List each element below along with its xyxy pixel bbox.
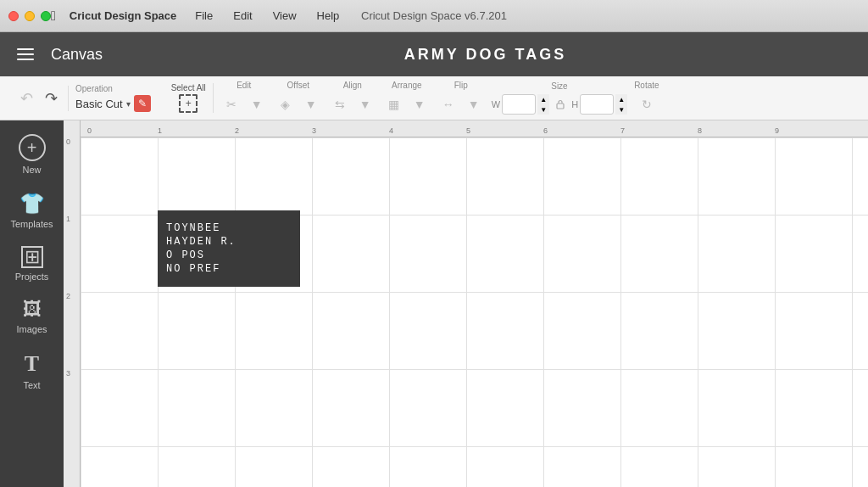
ruler-h-2: 2 (235, 126, 239, 135)
apple-icon[interactable]:  (51, 8, 56, 24)
ruler-h-9: 9 (775, 126, 779, 135)
ruler-h-7: 7 (620, 126, 625, 135)
height-input[interactable] (580, 94, 614, 115)
flip-controls: ↔ ▼ (437, 93, 485, 115)
design-element[interactable]: TOYNBEE HAYDEN R. O POS NO PREF (158, 210, 300, 287)
menu-edit[interactable]: Edit (225, 8, 260, 24)
edit-controls: ✂ ▼ (220, 93, 268, 115)
canvas-area[interactable]: 0 1 2 3 4 5 6 7 8 9 0 1 2 3 TOYNBEE HAYD… (64, 120, 868, 487)
menu-help[interactable]: Help (309, 8, 348, 24)
rotate-section: Rotate ↻ (634, 81, 659, 115)
sidebar-projects-label: Projects (15, 271, 49, 282)
size-label: Size (551, 81, 567, 91)
redo-button[interactable]: ↷ (42, 86, 61, 111)
maximize-button[interactable] (41, 11, 51, 21)
undo-redo-group: ↶ ↷ (10, 86, 69, 111)
operation-arrow-icon: ▾ (126, 99, 131, 109)
height-stepper[interactable]: ▲ ▼ (615, 94, 627, 115)
offset-label: Offset (287, 81, 310, 90)
design-line-4: NO PREF (166, 263, 292, 275)
ruler-h-6: 6 (543, 126, 548, 135)
ruler-h-3: 3 (312, 126, 316, 135)
ruler-h-1: 1 (158, 126, 162, 135)
edit-arrow-icon: ▼ (246, 93, 268, 115)
flip-arrow-icon: ▼ (463, 93, 485, 115)
ruler-horizontal: 0 1 2 3 4 5 6 7 8 9 (81, 120, 868, 137)
sidebar-item-templates[interactable]: 👕 Templates (0, 185, 64, 236)
offset-icon[interactable]: ◈ (275, 93, 297, 115)
sidebar-item-text[interactable]: T Text (0, 344, 64, 397)
operation-edit-button[interactable]: ✎ (134, 95, 151, 112)
undo-button[interactable]: ↶ (17, 86, 36, 111)
height-up[interactable]: ▲ (615, 94, 627, 104)
flip-section: Flip ↔ ▼ (437, 81, 485, 115)
ruler-v-1: 1 (66, 215, 70, 223)
ruler-vertical: 0 1 2 3 (64, 120, 81, 487)
sidebar-text-label: Text (23, 380, 40, 390)
arrange-icon[interactable]: ▦ (383, 93, 405, 115)
height-label: H (571, 99, 578, 109)
new-icon: + (19, 134, 46, 161)
width-input[interactable] (502, 94, 536, 115)
width-stepper[interactable]: ▲ ▼ (537, 94, 549, 115)
rotate-icon[interactable]: ↻ (636, 93, 658, 115)
ruler-h-4: 4 (389, 126, 393, 135)
templates-icon: 👕 (19, 192, 45, 216)
align-arrow-icon: ▼ (354, 93, 376, 115)
ruler-v-3: 3 (66, 369, 70, 378)
flip-icon[interactable]: ↔ (437, 93, 459, 115)
project-title: ARMY DOG TAGS (116, 46, 854, 64)
hamburger-line (17, 48, 34, 50)
align-section: Align ⇆ ▼ (329, 81, 376, 115)
arrange-arrow-icon: ▼ (409, 93, 431, 115)
select-all-label: Select All (171, 83, 206, 92)
hamburger-line (17, 59, 34, 60)
sidebar-item-projects[interactable]: ⊞ Projects (0, 239, 64, 288)
height-down[interactable]: ▼ (615, 104, 627, 115)
sidebar-templates-label: Templates (10, 219, 53, 229)
svg-rect-0 (557, 104, 564, 109)
operation-select[interactable]: Basic Cut ▾ ✎ (75, 95, 151, 112)
edit-section: Edit ✂ ▼ (220, 81, 268, 115)
edit-label: Edit (236, 81, 251, 90)
lock-icon (554, 98, 566, 110)
arrange-section: Arrange ▦ ▼ (383, 81, 431, 115)
size-section: Size W ▲ ▼ H ▲ ▼ (492, 81, 627, 115)
size-controls: W ▲ ▼ H ▲ ▼ (492, 94, 627, 115)
operation-value: Basic Cut (75, 98, 123, 110)
images-icon: 🖼 (23, 299, 42, 321)
design-line-3: O POS (166, 249, 292, 261)
canvas-grid[interactable]: TOYNBEE HAYDEN R. O POS NO PREF (81, 137, 868, 487)
ruler-h-8: 8 (698, 126, 702, 135)
traffic-lights (8, 11, 51, 21)
projects-icon: ⊞ (21, 246, 43, 268)
flip-label: Flip (454, 81, 468, 90)
menu-view[interactable]: View (264, 8, 305, 24)
width-down[interactable]: ▼ (537, 104, 549, 115)
width-up[interactable]: ▲ (537, 94, 549, 104)
sidebar-item-images[interactable]: 🖼 Images (0, 292, 64, 341)
edit-icon[interactable]: ✂ (220, 93, 242, 115)
toolbar: ↶ ↷ Operation Basic Cut ▾ ✎ Select All +… (0, 76, 868, 120)
align-label: Align (343, 81, 362, 90)
close-button[interactable] (8, 11, 19, 21)
sidebar: + New 👕 Templates ⊞ Projects 🖼 Images T … (0, 120, 64, 487)
width-label: W (492, 99, 500, 109)
select-all-icon: + (179, 94, 198, 113)
canvas-label: Canvas (51, 46, 103, 64)
minimize-button[interactable] (25, 11, 35, 21)
hamburger-menu[interactable] (14, 45, 37, 64)
offset-controls: ◈ ▼ (275, 93, 322, 115)
app-header: Canvas ARMY DOG TAGS (0, 32, 868, 76)
text-icon: T (25, 351, 39, 377)
select-all-group[interactable]: Select All + (164, 83, 214, 113)
sidebar-item-new[interactable]: + New (0, 127, 64, 182)
align-controls: ⇆ ▼ (329, 93, 376, 115)
app-name: Cricut Design Space (70, 9, 176, 22)
menu-file[interactable]: File (186, 8, 221, 24)
ruler-v-2: 2 (66, 292, 70, 300)
hamburger-line (17, 53, 34, 55)
operation-label: Operation (75, 84, 151, 93)
align-icon[interactable]: ⇆ (329, 93, 351, 115)
sidebar-new-label: New (22, 165, 41, 175)
